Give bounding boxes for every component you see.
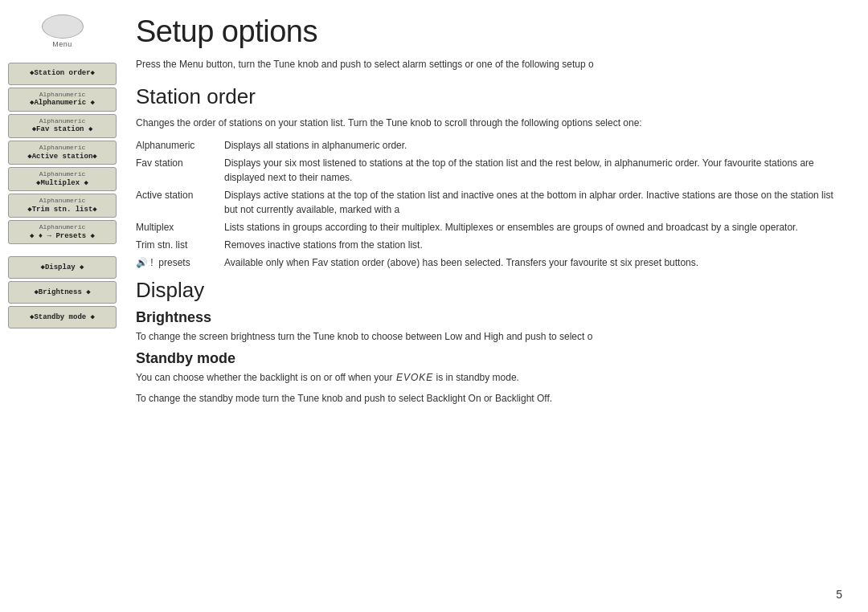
table-row: 🔊 ! presets Available only when Fav stat… bbox=[136, 254, 845, 271]
option-desc-active: Displays active stations at the top of t… bbox=[224, 186, 845, 218]
option-name-active: Active station bbox=[136, 186, 224, 218]
lcd-alphanumeric: Alphanumeric ◆Alphanumeric ◆ bbox=[8, 88, 117, 112]
page-header: Setup options bbox=[136, 14, 845, 49]
subsection-title-brightness: Brightness bbox=[136, 309, 845, 326]
lcd-brightness: ◆Brightness ◆ bbox=[8, 281, 117, 304]
page-number: 5 bbox=[836, 588, 842, 601]
speaker-icon: 🔊 bbox=[136, 255, 148, 270]
standby-description-2: To change the standby mode turn the Tune… bbox=[136, 391, 845, 406]
lcd-trim-stn: Alphanumeric ◆Trim stn. list◆ bbox=[8, 194, 117, 218]
standby-description-1: You can choose whether the backlight is … bbox=[136, 370, 845, 385]
brightness-description: To change the screen brightness turn the… bbox=[136, 329, 845, 344]
menu-label: Menu bbox=[52, 40, 72, 48]
option-name-trim: Trim stn. list bbox=[136, 236, 224, 254]
subsection-title-standby: Standby mode bbox=[136, 350, 845, 367]
lcd-display: ◆Display ◆ bbox=[8, 256, 117, 279]
main-content: Setup options Press the Menu button, tur… bbox=[125, 0, 868, 612]
menu-icon-area: Menu bbox=[8, 14, 117, 48]
option-desc-fav: Displays your six most listened to stati… bbox=[224, 154, 845, 186]
lcd-active-station: Alphanumeric ◆Active station◆ bbox=[8, 141, 117, 165]
table-row: Multiplex Lists stations in groups accor… bbox=[136, 218, 845, 236]
menu-oval-icon bbox=[42, 14, 84, 39]
station-order-group: ◆Station order◆ Alphanumeric ◆Alphanumer… bbox=[8, 63, 117, 247]
table-row: Alphanumeric Displays all stations in al… bbox=[136, 137, 845, 154]
section-title-display: Display bbox=[136, 278, 845, 303]
lcd-standby-mode: ◆Standby mode ◆ bbox=[8, 306, 117, 328]
station-order-options-table: Alphanumeric Displays all stations in al… bbox=[136, 137, 845, 271]
lcd-station-order: ◆Station order◆ bbox=[8, 63, 117, 85]
station-order-description: Changes the order of stations on your st… bbox=[136, 116, 845, 130]
intro-text: Press the Menu button, turn the Tune kno… bbox=[136, 57, 845, 71]
option-name-fav: Fav station bbox=[136, 154, 224, 186]
lcd-presets: Alphanumeric ◆ ♦ → Presets ◆ bbox=[8, 220, 117, 244]
table-row: Active station Displays active stations … bbox=[136, 186, 845, 218]
sidebar: Menu ◆Station order◆ Alphanumeric ◆Alpha… bbox=[0, 0, 125, 612]
table-row: Trim stn. list Removes inactive stations… bbox=[136, 236, 845, 254]
table-row: Fav station Displays your six most liste… bbox=[136, 154, 845, 186]
lcd-multiplex: Alphanumeric ◆Multiplex ◆ bbox=[8, 167, 117, 191]
option-desc-multiplex: Lists stations in groups according to th… bbox=[224, 218, 845, 236]
option-name-multiplex: Multiplex bbox=[136, 218, 224, 236]
display-group: ◆Display ◆ ◆Brightness ◆ ◆Standby mode ◆ bbox=[8, 256, 117, 331]
option-desc-alphanumeric: Displays all stations in alphanumeric or… bbox=[224, 137, 845, 154]
lcd-fav-station: Alphanumeric ◆Fav station ◆ bbox=[8, 114, 117, 138]
option-name-presets: 🔊 ! presets bbox=[136, 254, 224, 271]
option-name-alphanumeric: Alphanumeric bbox=[136, 137, 224, 154]
option-desc-presets: Available only when Fav station order (a… bbox=[224, 254, 845, 271]
section-title-station-order: Station order bbox=[136, 84, 845, 109]
lcd-station-order-text: ◆Station order◆ bbox=[30, 69, 95, 79]
option-desc-trim: Removes inactive stations from the stati… bbox=[224, 236, 845, 254]
page: Menu ◆Station order◆ Alphanumeric ◆Alpha… bbox=[0, 0, 868, 612]
page-title: Setup options bbox=[136, 14, 317, 49]
